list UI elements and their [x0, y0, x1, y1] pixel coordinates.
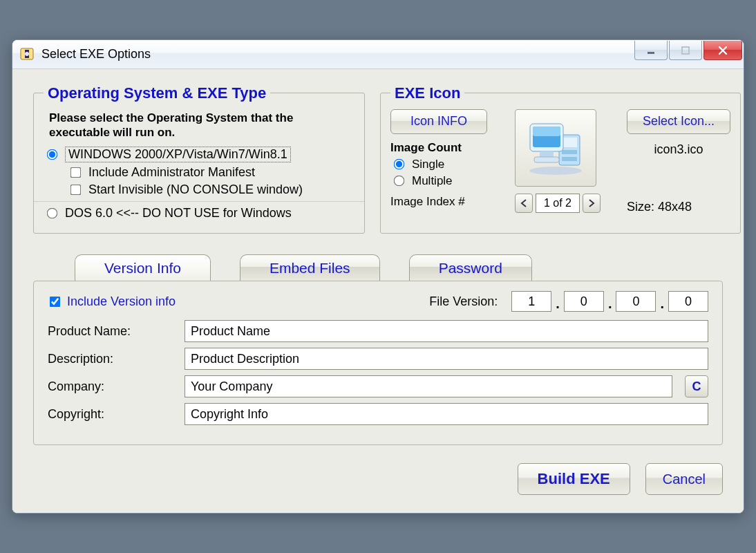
tabs: Version Info Embed Files Password: [75, 254, 723, 281]
svg-point-2: [25, 52, 29, 56]
select-icon-button[interactable]: Select Icon...: [627, 109, 730, 134]
file-version-rev[interactable]: [668, 291, 708, 312]
svg-rect-4: [682, 47, 689, 54]
svg-rect-7: [562, 138, 577, 147]
icon-preview: [515, 109, 596, 187]
radio-dos[interactable]: [47, 208, 58, 219]
image-index-next-button[interactable]: [583, 194, 601, 213]
icon-size-label: Size: 48x48: [627, 200, 730, 214]
svg-rect-3: [648, 52, 654, 54]
minimize-button[interactable]: [634, 41, 668, 60]
os-type-legend: Operating System & EXE Type: [44, 84, 270, 102]
image-count-label: Image Count: [390, 141, 502, 155]
dot-icon: .: [554, 296, 561, 312]
file-version-label: File Version:: [429, 294, 498, 309]
icon-filename: icon3.ico: [627, 142, 730, 157]
image-index-value: 1 of 2: [536, 194, 580, 213]
file-version-major[interactable]: [511, 291, 551, 312]
image-index-label: Image Index #: [390, 195, 502, 209]
radio-dos-label: DOS 6.0 <<-- DO NOT USE for Windows: [65, 206, 292, 221]
file-version-minor[interactable]: [564, 291, 604, 312]
product-name-input[interactable]: [185, 320, 708, 342]
app-icon: [19, 46, 35, 62]
description-input[interactable]: [185, 348, 708, 370]
exe-icon-legend: EXE Icon: [390, 84, 464, 102]
description-label: Description:: [48, 352, 172, 366]
build-exe-button[interactable]: Build EXE: [518, 463, 630, 495]
exe-icon-group: EXE Icon Icon INFO Image Count Single Mu…: [380, 84, 741, 234]
checkbox-include-version[interactable]: [50, 296, 61, 307]
tab-password[interactable]: Password: [409, 254, 532, 281]
copyright-input[interactable]: [185, 403, 708, 425]
company-label: Company:: [48, 379, 172, 394]
version-info-panel: Include Version info File Version: . . .…: [33, 281, 723, 445]
company-c-button[interactable]: C: [685, 375, 708, 397]
close-button[interactable]: [703, 41, 742, 60]
radio-image-single-label: Single: [412, 158, 444, 171]
icon-info-button[interactable]: Icon INFO: [390, 109, 487, 134]
radio-image-multiple-label: Multiple: [412, 174, 453, 188]
radio-windows-label: WINDOWS 2000/XP/Vista/Win7/Win8.1: [65, 147, 291, 162]
cancel-button[interactable]: Cancel: [645, 463, 723, 495]
copyright-label: Copyright:: [48, 407, 172, 422]
checkbox-admin-manifest-label: Include Administrator Manifest: [88, 165, 255, 180]
svg-rect-8: [562, 150, 577, 154]
window-title: Select EXE Options: [41, 47, 151, 62]
company-input[interactable]: [185, 375, 672, 397]
svg-rect-12: [533, 126, 560, 136]
dialog-window: Select EXE Options Operating System & EX…: [12, 39, 744, 514]
svg-rect-9: [562, 157, 577, 161]
radio-image-multiple[interactable]: [394, 176, 405, 187]
svg-rect-14: [534, 157, 559, 162]
titlebar[interactable]: Select EXE Options: [12, 40, 744, 69]
checkbox-admin-manifest[interactable]: [70, 167, 82, 178]
radio-windows[interactable]: [47, 149, 58, 160]
svg-rect-13: [540, 151, 554, 157]
image-index-prev-button[interactable]: [515, 194, 533, 213]
dot-icon: .: [659, 296, 665, 312]
window-controls: [633, 41, 742, 60]
client-area: Operating System & EXE Type Please selec…: [12, 69, 744, 514]
product-name-label: Product Name:: [48, 324, 172, 339]
file-version-build[interactable]: [616, 291, 656, 312]
dot-icon: .: [607, 296, 614, 312]
os-hint-text: Please select the Operating System that …: [49, 111, 355, 140]
checkbox-start-invisible-label: Start Invisible (NO CONSOLE window): [88, 182, 303, 197]
include-version-label: Include Version info: [67, 294, 176, 309]
tab-version-info[interactable]: Version Info: [75, 254, 211, 281]
file-version-fields: . . .: [511, 291, 708, 312]
checkbox-start-invisible[interactable]: [70, 185, 82, 196]
footer: Build EXE Cancel: [33, 463, 723, 495]
svg-point-5: [529, 167, 582, 175]
include-version-row[interactable]: Include Version info: [48, 294, 176, 309]
maximize-button[interactable]: [669, 41, 702, 60]
tab-embed-files[interactable]: Embed Files: [240, 254, 380, 281]
os-type-group: Operating System & EXE Type Please selec…: [33, 84, 365, 234]
radio-image-single[interactable]: [394, 159, 405, 170]
